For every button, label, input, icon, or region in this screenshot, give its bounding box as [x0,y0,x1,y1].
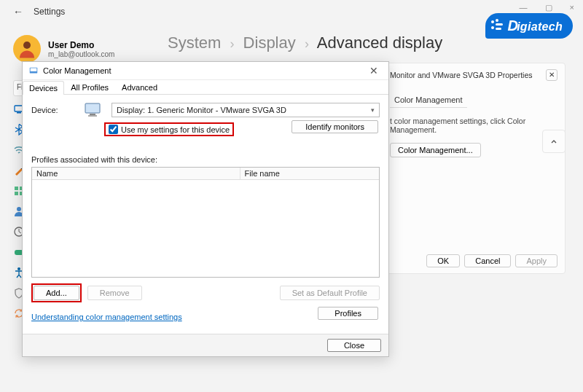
svg-rect-3 [15,187,18,190]
close-button[interactable]: Close [327,339,381,352]
svg-rect-5 [15,192,18,195]
column-filename[interactable]: File name [240,168,379,179]
dialog-title: Color Management [43,66,111,75]
use-my-settings-label: Use my settings for this device [121,125,230,134]
breadcrumb-system[interactable]: System [168,34,221,52]
svg-rect-14 [90,114,95,115]
props-title: Monitor and VMware SVGA 3D Properties [390,71,533,79]
back-arrow[interactable]: ← [13,6,23,17]
svg-point-7 [17,207,21,211]
watermark-logo: Digiatech [485,13,573,39]
svg-point-10 [17,267,20,270]
props-close-button[interactable]: ✕ [546,69,557,81]
breadcrumb-display[interactable]: Display [243,34,296,52]
column-name[interactable]: Name [32,168,240,179]
svg-rect-15 [88,115,97,117]
maximize-button[interactable]: ▢ [545,3,552,12]
close-window-button[interactable]: × [570,3,574,12]
remove-button: Remove [87,286,142,300]
identify-monitors-button[interactable]: Identify monitors [292,120,378,133]
breadcrumb: System › Display › Advanced display [168,34,442,52]
props-apply-button[interactable]: Apply [515,254,557,267]
understanding-link[interactable]: Understanding color management settings [31,313,182,321]
color-management-button[interactable]: Color Management... [390,143,481,157]
monitor-icon [84,102,103,118]
tab-all-profiles[interactable]: All Profiles [64,80,115,94]
svg-rect-2 [17,112,21,114]
props-description: t color management settings, click Color… [390,117,557,134]
svg-point-0 [23,42,31,49]
dialog-icon [28,66,39,76]
user-email: m_lab@outlook.com [48,50,114,58]
svg-rect-13 [85,103,100,113]
monitor-properties-dialog: Monitor and VMware SVGA 3D Properties ✕ … [382,63,566,274]
profiles-associated-label: Profiles associated with this device: [31,155,380,164]
props-ok-button[interactable]: OK [426,254,460,267]
tab-devices[interactable]: Devices [23,81,64,95]
chevron-down-icon: ▾ [371,106,375,114]
add-button-highlight: Add... [31,283,82,302]
device-dropdown[interactable]: Display: 1. Generic Monitor - VMware SVG… [111,103,380,117]
profiles-table[interactable]: Name File name [31,167,380,278]
set-default-button: Set as Default Profile [280,286,380,300]
props-cancel-button[interactable]: Cancel [464,254,511,267]
profiles-button[interactable]: Profiles [318,307,378,320]
use-my-settings-highlight: Use my settings for this device [104,122,234,136]
settings-label: Settings [34,7,65,17]
props-tab-color-management[interactable]: Color Management [390,93,467,108]
user-name: User Demo [48,40,114,50]
svg-rect-12 [31,68,37,71]
minimize-button[interactable]: — [520,3,528,12]
use-my-settings-checkbox[interactable] [109,125,118,134]
tab-advanced[interactable]: Advanced [115,80,164,94]
avatar[interactable] [13,35,41,63]
expand-card-chevron[interactable] [542,130,566,153]
device-label: Device: [31,106,75,114]
color-management-dialog: Color Management ✕ Devices All Profiles … [22,61,389,357]
breadcrumb-advanced: Advanced display [317,34,442,52]
add-button[interactable]: Add... [34,286,79,300]
dialog-close-button[interactable]: ✕ [365,65,383,77]
